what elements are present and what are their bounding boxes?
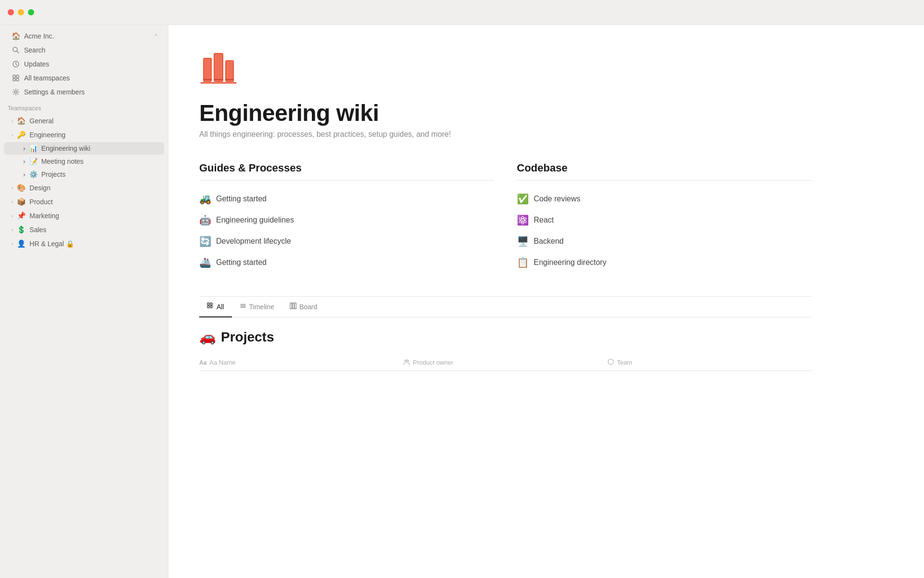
sidebar-item-engineering[interactable]: › 🔑 Engineering [4, 128, 164, 142]
traffic-light-fullscreen[interactable] [28, 9, 34, 15]
search-icon [12, 46, 20, 54]
link-getting-started-2[interactable]: 🚢 Getting started [199, 252, 494, 273]
workspace-name: Acme Inc. [24, 32, 150, 40]
link-engineering-guidelines[interactable]: 🤖 Engineering guidelines [199, 210, 494, 231]
team-icon [607, 358, 614, 367]
guides-processes-section: Guides & Processes 🚜 Getting started 🤖 E… [199, 162, 494, 273]
sidebar-item-all-teamspaces[interactable]: All teamspaces [4, 71, 164, 85]
engineering-wiki-label: Engineering wiki [41, 144, 90, 152]
workspace-selector[interactable]: 🏠 Acme Inc. ⌃ [4, 29, 164, 43]
sidebar-item-product[interactable]: › 📦 Product [4, 195, 164, 209]
chevron-right-icon: › [12, 118, 13, 124]
name-column-label: Aa Name [209, 359, 235, 366]
link-react[interactable]: ⚛️ React [517, 210, 811, 231]
name-column-icon: Aa [199, 359, 206, 366]
table-header-team: Team [607, 358, 811, 367]
page-icon [199, 48, 811, 92]
svg-rect-29 [292, 303, 294, 309]
engineering-wiki-icon: 📊 [29, 144, 38, 152]
window-chrome [0, 0, 924, 25]
tab-board-icon [290, 302, 296, 311]
tab-all[interactable]: All [199, 297, 232, 317]
chevron-right-design: › [12, 185, 13, 191]
sidebar-item-updates[interactable]: Updates [4, 57, 164, 71]
tab-board[interactable]: Board [282, 297, 325, 317]
react-label: React [534, 216, 554, 224]
general-label: General [29, 117, 158, 125]
link-code-reviews[interactable]: ✅ Code reviews [517, 188, 811, 210]
all-teamspaces-label: All teamspaces [24, 74, 158, 82]
general-icon: 🏠 [17, 117, 26, 125]
clock-icon [12, 60, 20, 68]
guides-processes-title: Guides & Processes [199, 162, 494, 181]
chevron-down-icon: › [12, 132, 13, 138]
sidebar-item-sales[interactable]: › 💲 Sales [4, 223, 164, 236]
projects-emoji: 🚗 [199, 329, 216, 345]
link-getting-started-1[interactable]: 🚜 Getting started [199, 188, 494, 210]
traffic-lights [8, 9, 34, 15]
product-owner-icon [403, 358, 410, 367]
svg-rect-3 [16, 75, 19, 78]
sidebar-item-search[interactable]: Search [4, 43, 164, 57]
updates-label: Updates [24, 60, 158, 68]
projects-label: Projects [41, 171, 66, 178]
sidebar-item-projects[interactable]: › ⚙️ Projects [4, 168, 164, 181]
sidebar-content: 🏠 Acme Inc. ⌃ Search Updates [0, 25, 168, 578]
projects-icon: ⚙️ [29, 171, 38, 178]
link-backend[interactable]: 🖥️ Backend [517, 231, 811, 252]
sidebar-item-meeting-notes[interactable]: › 📝 Meeting notes [4, 155, 164, 168]
tab-timeline[interactable]: Timeline [232, 297, 282, 317]
engineering-directory-icon: 📋 [517, 257, 529, 268]
svg-rect-28 [290, 303, 292, 309]
sidebar-item-design[interactable]: › 🎨 Design [4, 181, 164, 195]
link-development-lifecycle[interactable]: 🔄 Development lifecycle [199, 231, 494, 252]
traffic-light-minimize[interactable] [18, 9, 24, 15]
gear-icon [12, 88, 20, 96]
chevron-right-projects: › [23, 171, 26, 178]
main-content: 🔑 Engineering / 📊 Engineering wiki [168, 0, 924, 578]
product-icon: 📦 [17, 197, 26, 206]
hr-icon: 👤 [17, 239, 26, 248]
getting-started-1-label: Getting started [216, 195, 267, 203]
getting-started-2-label: Getting started [216, 258, 267, 267]
svg-rect-30 [295, 303, 296, 309]
page-subtitle: All things engineering: processes, best … [199, 130, 811, 139]
traffic-light-close[interactable] [8, 9, 14, 15]
tab-all-label: All [217, 303, 224, 311]
code-reviews-label: Code reviews [534, 195, 580, 203]
svg-point-6 [15, 91, 17, 93]
chevron-icon: ⌃ [154, 33, 158, 39]
engineering-guidelines-label: Engineering guidelines [216, 216, 294, 224]
search-label: Search [24, 46, 158, 54]
sidebar-item-engineering-wiki[interactable]: › 📊 Engineering wiki [4, 142, 164, 155]
backend-label: Backend [534, 237, 564, 246]
product-owner-label: Product owner [413, 359, 453, 366]
tab-timeline-label: Timeline [249, 303, 274, 311]
sidebar-item-hr-legal[interactable]: › 👤 HR & Legal 🔒 [4, 237, 164, 250]
engineering-guidelines-icon: 🤖 [199, 214, 211, 226]
sales-icon: 💲 [17, 225, 26, 234]
link-engineering-directory[interactable]: 📋 Engineering directory [517, 252, 811, 273]
marketing-label: Marketing [29, 212, 158, 220]
svg-rect-21 [207, 303, 209, 305]
tabs-container: All Timeline [199, 296, 811, 371]
sidebar-item-general[interactable]: › 🏠 General [4, 114, 164, 128]
chevron-right-sales: › [12, 227, 13, 233]
page-content: Engineering wiki All things engineering:… [168, 25, 842, 578]
projects-section-title: Projects [221, 329, 274, 345]
sidebar-item-marketing[interactable]: › 📌 Marketing [4, 209, 164, 223]
development-lifecycle-icon: 🔄 [199, 236, 211, 247]
sales-label: Sales [29, 226, 158, 234]
page-title: Engineering wiki [199, 100, 811, 126]
svg-rect-2 [13, 75, 15, 78]
tabs-bar: All Timeline [199, 297, 811, 317]
svg-rect-15 [215, 54, 222, 81]
svg-point-32 [407, 360, 409, 362]
svg-rect-5 [16, 79, 19, 81]
backend-icon: 🖥️ [517, 236, 529, 247]
sidebar-item-settings[interactable]: Settings & members [4, 85, 164, 99]
svg-rect-23 [207, 306, 209, 308]
home-icon: 🏠 [12, 32, 20, 40]
svg-rect-18 [226, 61, 233, 81]
engineering-label: Engineering [29, 131, 158, 139]
